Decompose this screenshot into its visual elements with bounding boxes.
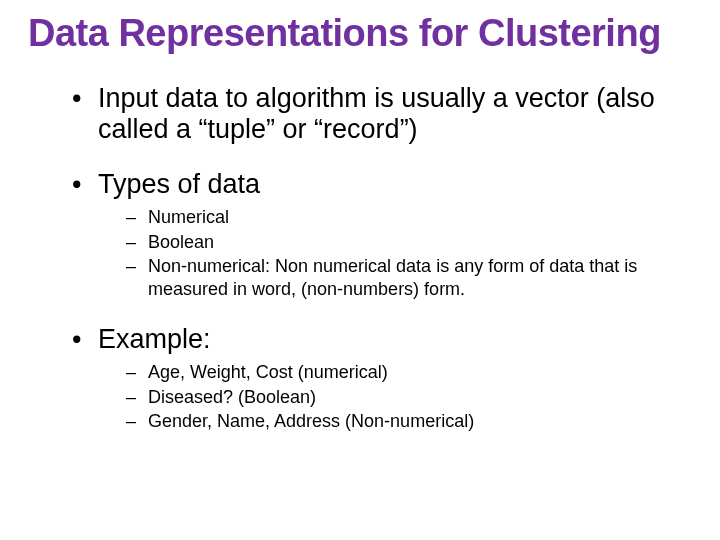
sub-bullet-item: Non-numerical: Non numerical data is any… — [126, 255, 692, 300]
sub-bullet-text: Numerical — [148, 207, 229, 227]
bullet-text: Types of data — [98, 169, 260, 199]
sub-bullet-text: Diseased? (Boolean) — [148, 387, 316, 407]
sub-bullet-item: Numerical — [126, 206, 692, 229]
sub-bullet-text: Boolean — [148, 232, 214, 252]
slide: Data Representations for Clustering Inpu… — [0, 0, 720, 540]
bullet-item: Types of data Numerical Boolean Non-nume… — [68, 169, 692, 300]
sub-bullet-item: Boolean — [126, 231, 692, 254]
sub-bullet-text: Gender, Name, Address (Non-numerical) — [148, 411, 474, 431]
sub-bullet-text: Non-numerical: Non numerical data is any… — [148, 256, 637, 299]
bullet-item: Input data to algorithm is usually a vec… — [68, 83, 692, 145]
sub-bullet-list: Numerical Boolean Non-numerical: Non num… — [126, 206, 692, 300]
sub-bullet-list: Age, Weight, Cost (numerical) Diseased? … — [126, 361, 692, 433]
sub-bullet-item: Gender, Name, Address (Non-numerical) — [126, 410, 692, 433]
bullet-list: Input data to algorithm is usually a vec… — [68, 83, 692, 433]
bullet-item: Example: Age, Weight, Cost (numerical) D… — [68, 324, 692, 433]
bullet-text: Input data to algorithm is usually a vec… — [98, 83, 655, 144]
sub-bullet-item: Diseased? (Boolean) — [126, 386, 692, 409]
sub-bullet-text: Age, Weight, Cost (numerical) — [148, 362, 388, 382]
slide-title: Data Representations for Clustering — [28, 12, 692, 55]
sub-bullet-item: Age, Weight, Cost (numerical) — [126, 361, 692, 384]
bullet-text: Example: — [98, 324, 211, 354]
